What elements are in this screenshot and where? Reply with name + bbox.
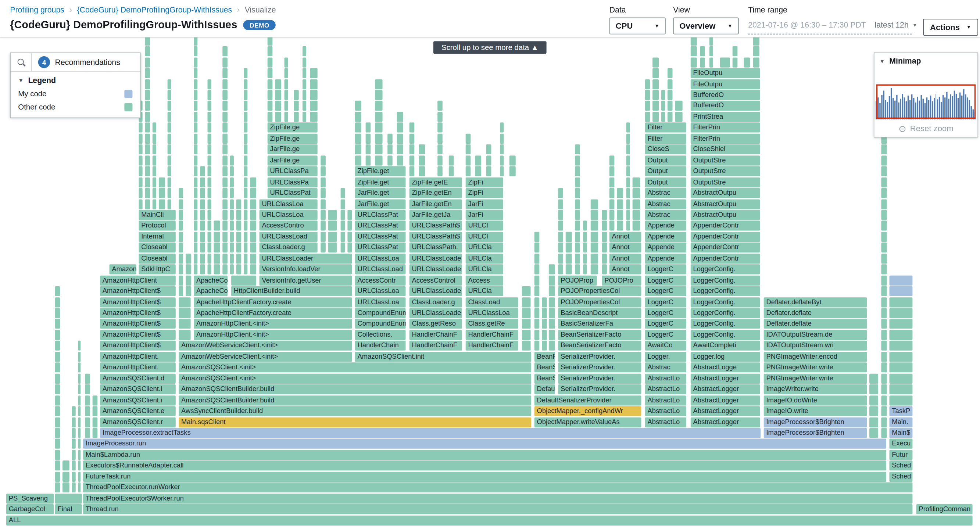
flame-cell-unlabeled[interactable] <box>668 79 673 89</box>
flame-cell-unlabeled[interactable] <box>375 134 383 144</box>
flame-cell[interactable]: LoggerC <box>645 319 687 329</box>
flame-cell[interactable]: JarFile.getJa <box>409 210 462 220</box>
flame-cell-unlabeled[interactable] <box>881 352 887 362</box>
flame-cell-unlabeled[interactable] <box>194 46 198 56</box>
flame-cell-unlabeled[interactable] <box>78 395 81 405</box>
flame-cell-unlabeled[interactable] <box>194 123 198 133</box>
flame-cell[interactable]: Thread.run <box>83 504 913 514</box>
flame-cell-unlabeled[interactable] <box>223 144 228 154</box>
flame-cell[interactable]: URLClassLoade <box>409 265 462 275</box>
flame-cell[interactable]: Appende <box>645 232 687 242</box>
flame-cell-unlabeled[interactable] <box>387 134 393 144</box>
flame-cell-unlabeled[interactable] <box>881 243 887 252</box>
flame-cell[interactable]: BeanP <box>535 352 555 362</box>
flame-cell[interactable]: Annot <box>609 265 641 275</box>
flame-cell[interactable]: URLClassLoa <box>355 254 406 264</box>
flame-cell-unlabeled[interactable] <box>179 221 183 231</box>
flame-cell-unlabeled[interactable] <box>223 177 228 187</box>
flame-cell[interactable]: AbstractLogger <box>691 395 760 405</box>
flame-cell[interactable]: ZipFile.get <box>355 167 406 176</box>
flame-cell-unlabeled[interactable] <box>661 90 665 100</box>
flame-cell-unlabeled[interactable] <box>583 243 587 252</box>
flame-cell[interactable]: Annot <box>609 254 641 264</box>
flame-cell-unlabeled[interactable] <box>881 406 887 416</box>
flame-cell[interactable]: Abstrac <box>645 363 687 373</box>
flame-cell[interactable]: AmazonHttpClient. <box>100 363 176 373</box>
flame-cell-unlabeled[interactable] <box>549 330 555 340</box>
flame-cell-unlabeled[interactable] <box>881 156 887 165</box>
flame-cell-unlabeled[interactable] <box>138 199 143 209</box>
flame-cell[interactable]: AbstractLo <box>645 406 687 416</box>
flame-cell-unlabeled[interactable] <box>168 134 172 144</box>
flame-cell-unlabeled[interactable] <box>244 221 248 231</box>
flame-cell-unlabeled[interactable] <box>236 199 242 209</box>
flame-cell[interactable]: Abstrac <box>645 199 687 209</box>
flame-cell-unlabeled[interactable] <box>889 384 913 394</box>
flame-cell-unlabeled[interactable] <box>633 199 640 209</box>
flame-cell-unlabeled[interactable] <box>285 101 288 111</box>
flame-cell-unlabeled[interactable] <box>419 156 425 165</box>
flame-cell-unlabeled[interactable] <box>500 134 504 144</box>
flame-cell[interactable]: AmazonHttpClient$ <box>100 308 176 318</box>
flame-cell-unlabeled[interactable] <box>753 46 760 56</box>
flame-cell-unlabeled[interactable] <box>194 144 198 154</box>
flame-cell[interactable]: HandlerChainF <box>466 330 518 340</box>
flame-cell-unlabeled[interactable] <box>213 232 220 242</box>
flame-cell[interactable]: JarFile.getEn <box>409 199 462 209</box>
flame-cell[interactable]: ZipFi <box>466 188 504 198</box>
flame-cell-unlabeled[interactable] <box>85 417 90 427</box>
flame-cell-unlabeled[interactable] <box>438 101 442 111</box>
flame-cell-unlabeled[interactable] <box>200 167 205 176</box>
flame-cell-unlabeled[interactable] <box>72 450 76 460</box>
flame-cell[interactable]: AwaitCo <box>645 341 687 351</box>
flame-cell[interactable]: BeanS <box>535 363 555 373</box>
flame-cell-unlabeled[interactable] <box>194 68 198 78</box>
flame-cell-unlabeled[interactable] <box>535 297 539 307</box>
flame-cell-unlabeled[interactable] <box>535 232 539 242</box>
flame-cell[interactable]: IDATOutputStream.de <box>764 330 867 340</box>
flame-cell-unlabeled[interactable] <box>302 46 307 56</box>
flame-cell-unlabeled[interactable] <box>409 167 415 176</box>
flame-cell[interactable]: LoggerC <box>645 265 687 275</box>
flame-cell-unlabeled[interactable] <box>652 90 659 100</box>
recommendations-button[interactable]: 4 Recommendations <box>32 56 120 68</box>
flame-cell-unlabeled[interactable] <box>55 428 60 438</box>
flame-cell-unlabeled[interactable] <box>409 134 415 144</box>
flame-cell[interactable]: ZipFile.get <box>355 177 406 187</box>
flame-cell[interactable]: AbstractLo <box>645 384 687 394</box>
flame-cell-unlabeled[interactable] <box>244 232 248 242</box>
flame-cell[interactable]: URLClassLoade <box>409 254 462 264</box>
flame-cell[interactable]: AmazonHttpClient$ <box>100 319 176 329</box>
flame-cell-unlabeled[interactable] <box>881 177 887 187</box>
flame-cell-unlabeled[interactable] <box>500 123 504 133</box>
flame-cell-unlabeled[interactable] <box>236 210 242 220</box>
flame-cell-unlabeled[interactable] <box>72 471 76 481</box>
flame-cell[interactable]: BufferedO <box>691 101 760 111</box>
flame-cell-unlabeled[interactable] <box>236 265 242 275</box>
flame-cell-unlabeled[interactable] <box>645 90 650 100</box>
flame-cell[interactable]: ImageProcessor$Brighten <box>764 417 867 427</box>
flame-cell-unlabeled[interactable] <box>733 46 738 56</box>
flame-cell-unlabeled[interactable] <box>244 101 248 111</box>
flame-cell[interactable]: AmazonSQSClient.r <box>100 417 176 427</box>
flame-cell[interactable]: ApacheCo <box>194 275 228 285</box>
flame-cell-unlabeled[interactable] <box>223 101 228 111</box>
flame-cell[interactable]: POJOPropertiesCol <box>558 286 641 296</box>
flame-cell-unlabeled[interactable] <box>62 483 70 492</box>
scroll-up-notice[interactable]: Scroll up to see more data ▲ <box>433 41 547 54</box>
flame-cell[interactable]: LoggerC <box>645 286 687 296</box>
flame-cell-unlabeled[interactable] <box>168 144 172 154</box>
flame-cell-unlabeled[interactable] <box>153 188 157 198</box>
flame-cell-unlabeled[interactable] <box>661 112 665 122</box>
flame-cell[interactable]: Execu <box>889 439 913 449</box>
flame-cell[interactable]: PrintStrea <box>691 112 760 122</box>
flame-cell-unlabeled[interactable] <box>668 101 673 111</box>
flame-cell-unlabeled[interactable] <box>230 177 234 187</box>
flame-cell-unlabeled[interactable] <box>138 156 143 165</box>
search-button[interactable] <box>11 53 32 71</box>
flame-cell-unlabeled[interactable] <box>55 395 60 405</box>
flame-cell-unlabeled[interactable] <box>250 188 256 198</box>
flame-cell-unlabeled[interactable] <box>207 123 212 133</box>
flame-cell[interactable]: AmazonHttpClient.<init> <box>194 319 352 329</box>
flame-cell[interactable]: AmazonHttpClient$ <box>100 330 176 340</box>
